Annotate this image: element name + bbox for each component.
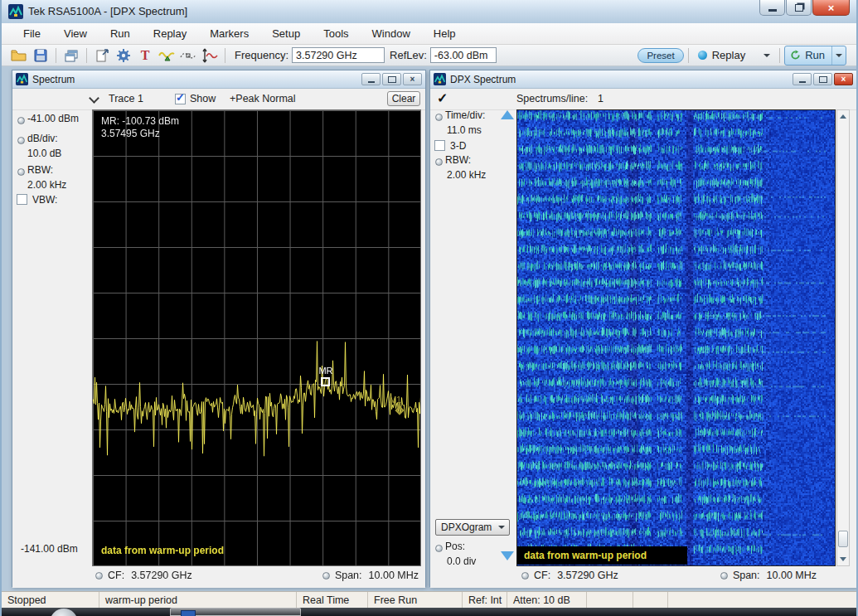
application-window: Tek RSA5100A - [DPX Spectrum] × File Vie… bbox=[0, 0, 858, 616]
dpx-maximize-button[interactable] bbox=[813, 73, 832, 85]
adjust-knob-icon[interactable] bbox=[435, 158, 443, 166]
preset-button[interactable]: Preset bbox=[637, 48, 683, 63]
adjust-knob-icon[interactable] bbox=[17, 137, 25, 144]
dpxogram-canvas[interactable] bbox=[517, 110, 835, 565]
span-value[interactable]: 10.00 MHz bbox=[369, 570, 419, 581]
cf-value[interactable]: 3.57290 GHz bbox=[131, 570, 192, 581]
spectrum-titlebar[interactable]: Spectrum × bbox=[12, 70, 425, 89]
restore-button[interactable] bbox=[786, 0, 812, 16]
menu-markers[interactable]: Markers bbox=[198, 24, 260, 43]
gear-icon[interactable] bbox=[114, 47, 133, 64]
marker-icon[interactable] bbox=[179, 47, 197, 64]
menu-window[interactable]: Window bbox=[361, 24, 422, 43]
menu-tools[interactable]: Tools bbox=[312, 24, 360, 43]
clear-button[interactable]: Clear bbox=[387, 91, 420, 106]
frequency-label: Frequency: bbox=[235, 49, 288, 61]
show-checkbox[interactable]: ✓ bbox=[175, 94, 186, 104]
dpx-titlebar[interactable]: DPX Spectrum × bbox=[430, 70, 856, 89]
close-button[interactable]: × bbox=[812, 0, 850, 16]
dpx-controls: ✓ Spectrums/line: 1 bbox=[430, 89, 856, 110]
amplitude-icon[interactable] bbox=[201, 47, 219, 64]
run-button-main[interactable]: Run bbox=[785, 46, 831, 65]
minimize-button[interactable] bbox=[759, 0, 785, 16]
toolbar-separator bbox=[779, 48, 780, 63]
ref-level-top[interactable]: -41.00 dBm bbox=[27, 113, 79, 124]
menu-setup[interactable]: Setup bbox=[260, 24, 312, 43]
reflev-label: RefLev: bbox=[390, 49, 427, 61]
dpx-cf-value[interactable]: 3.57290 GHz bbox=[557, 570, 618, 581]
windows-layout-icon[interactable] bbox=[62, 47, 80, 64]
menu-replay[interactable]: Replay bbox=[142, 24, 198, 43]
menu-file[interactable]: File bbox=[12, 24, 52, 43]
db-div-label[interactable]: dB/div: bbox=[27, 133, 58, 144]
replay-button[interactable]: Replay bbox=[698, 49, 770, 61]
frequency-input[interactable] bbox=[292, 47, 385, 63]
trace-selector[interactable]: Trace 1 bbox=[109, 93, 143, 104]
replay-dropdown-arrow[interactable] bbox=[763, 54, 770, 57]
adjust-knob-icon[interactable] bbox=[720, 572, 728, 580]
status-ref: Ref: Int bbox=[463, 592, 507, 609]
rbw-value: 2.00 kHz bbox=[27, 179, 66, 191]
spectrum-minimize-button[interactable] bbox=[361, 73, 381, 85]
pos-label[interactable]: Pos: bbox=[445, 541, 465, 552]
dpxogram-plot[interactable]: data from warm-up period bbox=[516, 109, 836, 566]
spectrum-window-icon bbox=[16, 73, 28, 85]
taskbar-app-button[interactable] bbox=[170, 608, 301, 616]
marker-mr-icon[interactable] bbox=[321, 377, 330, 386]
span-label: Span: bbox=[335, 570, 362, 581]
adjust-knob-icon[interactable] bbox=[435, 545, 443, 552]
spectrum-close-button[interactable]: × bbox=[403, 73, 422, 85]
adjust-knob-icon[interactable] bbox=[17, 117, 25, 124]
page-arrow-icon[interactable] bbox=[93, 47, 111, 64]
run-dropdown-arrow[interactable] bbox=[831, 46, 846, 65]
text-tool-icon[interactable]: T bbox=[136, 47, 154, 64]
trace-icon[interactable] bbox=[158, 47, 176, 64]
save-icon[interactable] bbox=[32, 47, 50, 64]
scroll-down-arrow[interactable] bbox=[501, 551, 514, 560]
restore-icon bbox=[795, 4, 803, 12]
menu-help[interactable]: Help bbox=[422, 24, 468, 43]
spectrums-line-value[interactable]: 1 bbox=[598, 93, 604, 104]
spectrum-trace-canvas[interactable] bbox=[93, 110, 420, 565]
dpx-minimize-button[interactable] bbox=[793, 73, 812, 85]
adjust-knob-icon[interactable] bbox=[322, 572, 330, 580]
dpx-span-value[interactable]: 10.00 MHz bbox=[767, 570, 817, 581]
adjust-knob-icon[interactable] bbox=[95, 572, 103, 580]
titlebar[interactable]: Tek RSA5100A - [DPX Spectrum] × bbox=[2, 0, 856, 24]
scrollbar-down-button[interactable] bbox=[837, 553, 849, 565]
spectrum-plot[interactable]: MR: -100.73 dBm 3.57495 GHz MR M1 data f… bbox=[92, 109, 421, 566]
minimize-icon bbox=[799, 81, 806, 83]
scrollbar-up-button[interactable] bbox=[837, 110, 849, 123]
pos-value: 0.0 div bbox=[447, 555, 476, 567]
adjust-knob-icon[interactable] bbox=[17, 168, 25, 176]
scrollbar-thumb[interactable] bbox=[838, 531, 848, 547]
dpx-rbw-label[interactable]: RBW: bbox=[445, 154, 471, 166]
vbw-checkbox[interactable] bbox=[17, 194, 27, 205]
scroll-up-arrow[interactable] bbox=[501, 110, 514, 119]
start-button[interactable] bbox=[50, 609, 78, 616]
cf-label: CF: bbox=[108, 570, 124, 581]
threed-checkbox[interactable] bbox=[434, 140, 445, 151]
dpx-close-button[interactable]: × bbox=[834, 73, 853, 85]
windows-taskbar[interactable] bbox=[2, 608, 856, 616]
adjust-knob-icon[interactable] bbox=[521, 572, 529, 580]
dpx-window-title: DPX Spectrum bbox=[450, 74, 516, 85]
status-bar: Stopped warm-up period Real Time Free Ru… bbox=[2, 591, 856, 609]
reflev-input[interactable] bbox=[430, 47, 497, 63]
spectrum-bottom-bar: CF: 3.57290 GHz Span: 10.00 MHz bbox=[12, 566, 425, 588]
chevron-down-icon[interactable] bbox=[89, 93, 99, 104]
menu-run[interactable]: Run bbox=[99, 24, 142, 43]
adjust-knob-icon[interactable] bbox=[435, 114, 443, 121]
open-folder-icon[interactable] bbox=[10, 47, 28, 64]
time-div-label[interactable]: Time/div: bbox=[445, 109, 485, 121]
status-run-state: Stopped bbox=[2, 592, 99, 609]
run-button[interactable]: Run bbox=[784, 46, 846, 65]
run-icon bbox=[790, 50, 801, 61]
trace-mode-dropdown[interactable]: DPXOgram bbox=[435, 519, 510, 536]
dpx-enabled-check-icon[interactable]: ✓ bbox=[437, 90, 448, 106]
dpx-scrollbar[interactable] bbox=[836, 109, 850, 566]
maximize-icon bbox=[388, 76, 396, 83]
menu-view[interactable]: View bbox=[52, 24, 99, 43]
rbw-label[interactable]: RBW: bbox=[27, 164, 53, 176]
spectrum-maximize-button[interactable] bbox=[382, 73, 401, 85]
